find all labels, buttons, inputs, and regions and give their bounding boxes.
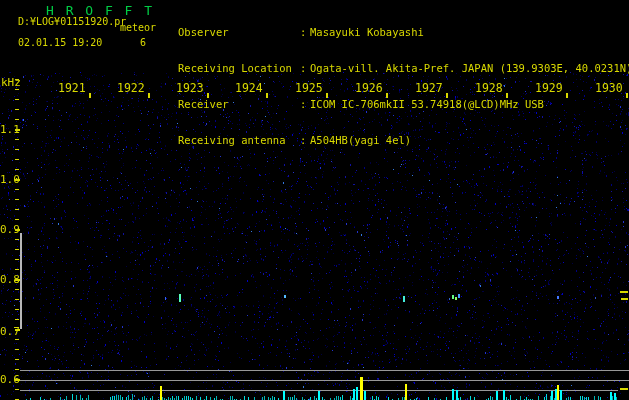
x-axis-label: 1924 <box>235 81 263 95</box>
info-row-observer: Observer:Masayuki Kobayashi <box>178 26 629 38</box>
info-label: Observer <box>178 26 300 38</box>
x-axis-label: 1927 <box>415 81 443 95</box>
info-label: Receiving Location <box>178 62 300 74</box>
y-axis-label: 1.0 <box>0 173 20 186</box>
y-axis-label: 1.1 <box>0 123 20 136</box>
info-label: Receiving antenna <box>178 134 300 146</box>
info-value: Ogata-vill. Akita-Pref. JAPAN (139.9303E… <box>310 62 629 74</box>
info-separator: : <box>300 134 310 146</box>
info-row-receiver: Receiver:ICOM IC-706mkII 53.74918(@LCD)M… <box>178 98 629 110</box>
x-axis-label: 1929 <box>535 81 563 95</box>
x-axis-label: 1923 <box>176 81 204 95</box>
echo-count: 6 <box>140 37 146 48</box>
info-row-antenna: Receiving antenna:A504HB(yagi 4el) <box>178 134 629 146</box>
x-axis-label: 1925 <box>295 81 323 95</box>
info-value: A504HB(yagi 4el) <box>310 134 411 146</box>
info-label: Receiver <box>178 98 300 110</box>
hrofft-screen: H R O F F T D:¥LOG¥01151920.pr meteor 02… <box>0 0 629 400</box>
x-axis-label: 1928 <box>475 81 503 95</box>
log-file-path: D:¥LOG¥01151920.pr <box>18 16 126 27</box>
info-value: Masayuki Kobayashi <box>310 26 424 38</box>
x-axis-label: 1921 <box>58 81 86 95</box>
y-axis-unit: kHz <box>1 76 21 89</box>
info-row-location: Receiving Location:Ogata-vill. Akita-Pre… <box>178 62 629 74</box>
y-axis-label: 0.8 <box>0 273 20 286</box>
info-value: ICOM IC-706mkII 53.74918(@LCD)MHz USB <box>310 98 544 110</box>
x-axis-label: 1922 <box>117 81 145 95</box>
datetime-label: 02.01.15 19:20 <box>18 37 102 48</box>
info-separator: : <box>300 62 310 74</box>
x-axis-label: 1930 <box>595 81 623 95</box>
info-separator: : <box>300 98 310 110</box>
y-axis-label: 0.6 <box>0 373 20 386</box>
y-axis-label: 0.9 <box>0 223 20 236</box>
mode-label: meteor <box>120 22 156 33</box>
info-separator: : <box>300 26 310 38</box>
y-axis-label: 0.7 <box>0 325 20 338</box>
x-axis-label: 1926 <box>355 81 383 95</box>
